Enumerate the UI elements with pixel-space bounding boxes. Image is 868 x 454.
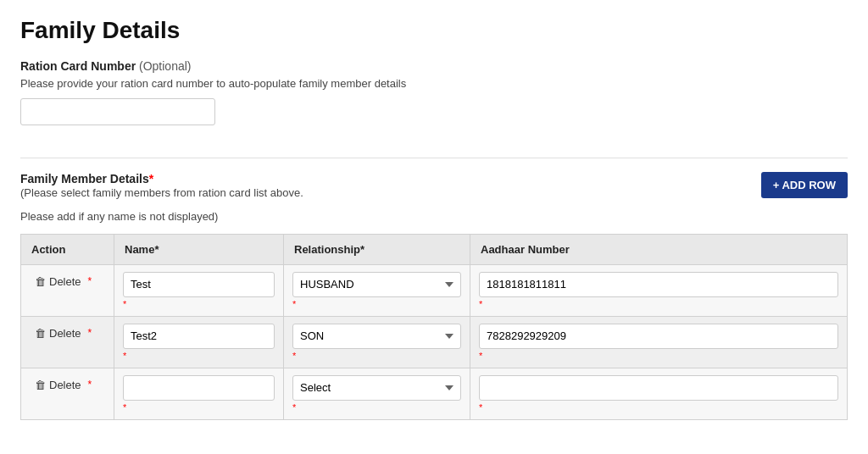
name-input-1[interactable]: [123, 324, 275, 349]
aadhaar-input-0[interactable]: [479, 272, 838, 297]
delete-required-star-0: *: [88, 275, 92, 287]
relationship-error-1: *: [292, 351, 461, 361]
delete-button-2[interactable]: 🗑 Delete: [30, 375, 86, 395]
trash-icon-1: 🗑: [35, 327, 46, 340]
aadhaar-input-1[interactable]: [479, 324, 838, 349]
add-row-button[interactable]: + ADD ROW: [761, 172, 848, 198]
delete-label-1: Delete: [49, 327, 81, 340]
aadhaar-input-2[interactable]: [479, 375, 838, 401]
family-member-hint-1: (Please select family members from ratio…: [20, 185, 303, 201]
delete-required-star-2: *: [88, 379, 92, 390]
page-title: Family Details: [20, 17, 848, 44]
family-member-label: Family Member Details*: [20, 172, 303, 185]
delete-required-star-1: *: [88, 327, 92, 339]
relationship-error-0: *: [292, 299, 461, 309]
ration-card-optional: (Optional): [139, 59, 191, 73]
trash-icon-0: 🗑: [35, 275, 46, 288]
name-error-1: *: [123, 351, 275, 361]
delete-button-0[interactable]: 🗑 Delete: [30, 272, 86, 291]
family-required-star: *: [149, 172, 153, 185]
name-error-0: *: [123, 299, 275, 309]
col-name: Name*: [114, 234, 284, 264]
ration-card-input[interactable]: [20, 98, 215, 125]
ration-card-hint: Please provide your ration card number t…: [20, 76, 848, 91]
delete-label-2: Delete: [49, 379, 81, 391]
col-relationship: Relationship*: [284, 234, 470, 264]
name-input-0[interactable]: [123, 272, 275, 297]
col-action: Action: [21, 234, 114, 264]
col-aadhaar: Aadhaar Number: [470, 234, 848, 264]
name-error-2: *: [123, 402, 275, 412]
table-row: 🗑 Delete * * HUSBANDWIFESONDAUGHTERFATHE…: [21, 316, 848, 368]
delete-label-0: Delete: [49, 275, 81, 288]
name-input-2[interactable]: [123, 375, 275, 401]
table-header-row: Action Name* Relationship* Aadhaar Numbe…: [21, 234, 848, 264]
ration-card-label: Ration Card Number (Optional): [20, 59, 848, 73]
table-row: 🗑 Delete * * SelectHUSBANDWIFESONDAUGHTE…: [21, 368, 848, 419]
aadhaar-error-1: *: [479, 351, 838, 361]
family-member-hint-2: Please add if any name is not displayed): [20, 209, 303, 224]
aadhaar-error-0: *: [479, 299, 838, 309]
aadhaar-error-2: *: [479, 402, 838, 412]
relationship-error-2: *: [292, 402, 461, 412]
relationship-select-0[interactable]: HUSBANDWIFESONDAUGHTERFATHERMOTHEROTHER: [292, 272, 461, 297]
relationship-select-1[interactable]: HUSBANDWIFESONDAUGHTERFATHERMOTHEROTHER: [292, 324, 461, 349]
table-row: 🗑 Delete * * HUSBANDWIFESONDAUGHTERFATHE…: [21, 264, 848, 316]
family-table-wrapper: Action Name* Relationship* Aadhaar Numbe…: [20, 234, 848, 420]
family-table: Action Name* Relationship* Aadhaar Numbe…: [20, 234, 848, 420]
trash-icon-2: 🗑: [35, 379, 46, 391]
relationship-select-2[interactable]: SelectHUSBANDWIFESONDAUGHTERFATHERMOTHER…: [292, 375, 461, 401]
delete-button-1[interactable]: 🗑 Delete: [30, 324, 86, 343]
